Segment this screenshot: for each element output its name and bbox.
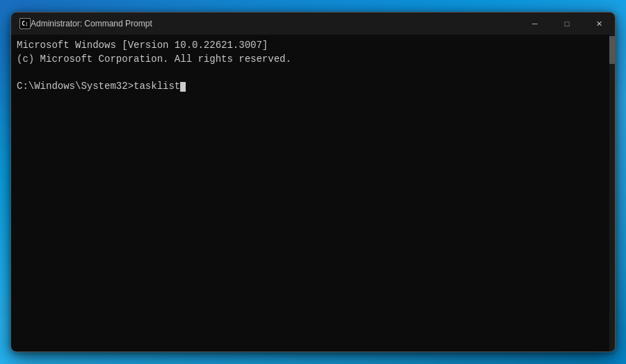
terminal-body[interactable]: Microsoft Windows [Version 10.0.22621.30…: [11, 35, 615, 351]
terminal-output: Microsoft Windows [Version 10.0.22621.30…: [17, 39, 609, 93]
desktop: C: Administrator: Command Prompt ─ □ ✕ M…: [0, 0, 626, 364]
minimize-button[interactable]: ─: [519, 13, 551, 35]
terminal-line4: C:\Windows\System32>tasklist: [17, 81, 180, 92]
cmd-icon: C:: [19, 18, 31, 29]
terminal-line2: (c) Microsoft Corporation. All rights re…: [17, 53, 291, 65]
cmd-window: C: Administrator: Command Prompt ─ □ ✕ M…: [10, 12, 616, 352]
close-button[interactable]: ✕: [583, 13, 615, 35]
terminal-cursor: [180, 82, 186, 92]
maximize-button[interactable]: □: [551, 13, 583, 35]
terminal-line1: Microsoft Windows [Version 10.0.22621.30…: [17, 40, 268, 51]
title-bar: C: Administrator: Command Prompt ─ □ ✕: [11, 13, 615, 35]
scrollbar-thumb[interactable]: [609, 36, 615, 64]
scrollbar[interactable]: [609, 35, 615, 351]
title-buttons: ─ □ ✕: [519, 13, 615, 35]
